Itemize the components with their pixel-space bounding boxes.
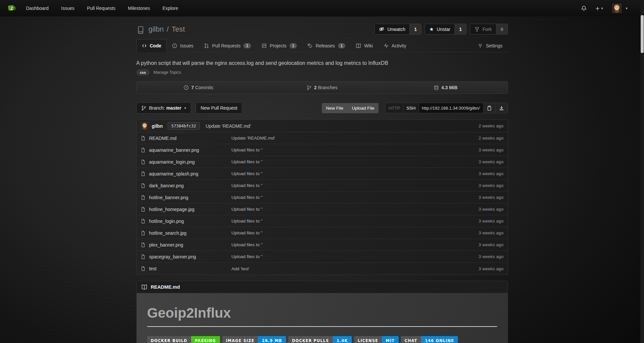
- clone-url-input[interactable]: [419, 103, 484, 113]
- pull-requests-icon: [204, 43, 209, 48]
- new-pull-request-button[interactable]: New Pull Request: [196, 102, 242, 114]
- file-name[interactable]: test: [149, 266, 157, 271]
- copy-clipboard-button[interactable]: [484, 103, 496, 113]
- tab-label: Projects: [270, 43, 287, 48]
- tab-wiki[interactable]: Wiki: [350, 39, 378, 52]
- page-scrollbar[interactable]: [640, 0, 644, 343]
- new-file-button[interactable]: New File: [322, 103, 348, 113]
- file-commit-message[interactable]: Add 'test': [232, 266, 250, 271]
- download-icon: [499, 105, 504, 111]
- ssh-protocol-button[interactable]: SSH: [403, 103, 419, 113]
- unstar-button[interactable]: ★ Unstar 1: [425, 24, 466, 35]
- stat-size[interactable]: 4.3 MiB: [384, 82, 507, 93]
- file-row-hotline-banner-png[interactable]: hotline_banner.pngUpload files to ''3 we…: [137, 192, 508, 203]
- file-commit-message[interactable]: Upload files to '': [232, 207, 263, 212]
- file-commit-message[interactable]: Upload files to '': [232, 159, 263, 164]
- commit-author-name[interactable]: gilbn: [152, 123, 163, 129]
- file-commit-message[interactable]: Upload files to '': [232, 254, 263, 259]
- chevron-down-icon[interactable]: ▾: [626, 6, 628, 11]
- unwatch-button[interactable]: Unwatch 1: [374, 24, 421, 35]
- file-row-test[interactable]: testAdd 'test'3 weeks ago: [137, 263, 508, 275]
- file-row-plex-banner-png[interactable]: plex_banner.pngUpload files to ''3 weeks…: [137, 239, 508, 251]
- file-commit-message[interactable]: Upload files to '': [232, 242, 263, 247]
- nav-dashboard[interactable]: Dashboard: [26, 6, 49, 11]
- branch-selector[interactable]: Branch: master ▾: [136, 102, 191, 114]
- file-row-spacegray-banner-png[interactable]: spacegray_banner.pngUpload files to ''3 …: [137, 251, 508, 263]
- file-icon: [141, 219, 146, 224]
- repo-tabs: CodeIssuesPull Requests1Projects1Release…: [136, 39, 508, 52]
- file-icon: [141, 230, 146, 236]
- file-row-hotline-login-png[interactable]: hotline_login.pngUpload files to ''3 wee…: [137, 215, 508, 227]
- file-row-aquamarine-banner-png[interactable]: aquamarine_banner.pngUpload files to ''3…: [137, 144, 508, 156]
- fork-button[interactable]: Fork 0: [470, 24, 508, 35]
- file-row-hotline-search-jpg[interactable]: hotline_search.jpgUpload files to ''3 we…: [137, 227, 508, 239]
- file-name[interactable]: aquamarine_splash.png: [149, 171, 198, 176]
- file-row-hotline-homepage-jpg[interactable]: hotline_homepage.jpgUpload files to ''3 …: [137, 203, 508, 215]
- tab-activity[interactable]: Activity: [378, 39, 411, 52]
- file-name[interactable]: README.md: [149, 136, 177, 141]
- file-commit-message[interactable]: Upload files to '': [232, 219, 263, 224]
- size-icon: [434, 85, 439, 90]
- badge-chat[interactable]: CHAT146 ONLINE: [401, 336, 458, 343]
- file-name[interactable]: aquamarine_login.png: [149, 159, 195, 165]
- star-count[interactable]: 1: [455, 24, 466, 34]
- clipboard-icon: [487, 105, 492, 111]
- tab-releases[interactable]: Releases1: [302, 39, 350, 52]
- file-name[interactable]: hotline_homepage.jpg: [149, 207, 195, 212]
- file-name[interactable]: plex_banner.png: [149, 242, 183, 248]
- watch-count[interactable]: 1: [409, 24, 421, 34]
- user-avatar[interactable]: [612, 4, 622, 13]
- tab-code[interactable]: Code: [136, 39, 167, 52]
- repo-owner-link[interactable]: gilbn: [149, 25, 164, 34]
- code-toolbar: Branch: master ▾ New Pull Request New Fi…: [136, 102, 508, 114]
- tab-pull-requests[interactable]: Pull Requests1: [199, 39, 256, 52]
- fork-count[interactable]: 0: [496, 24, 508, 34]
- scrollbar-thumb[interactable]: [641, 15, 644, 53]
- nav-milestones[interactable]: Milestones: [128, 6, 150, 11]
- stat-commits[interactable]: 7 Commits: [137, 82, 260, 93]
- topic-tag-css[interactable]: css: [136, 69, 150, 75]
- commit-message[interactable]: Update 'README.md': [206, 123, 251, 129]
- file-commit-message[interactable]: Upload files to '': [232, 183, 263, 188]
- file-name[interactable]: dark_banner.png: [149, 183, 184, 188]
- file-row-readme-md[interactable]: README.mdUpdate 'README.md'2 weeks ago: [137, 132, 508, 144]
- tab-issues[interactable]: Issues: [167, 39, 199, 52]
- commit-sha-badge[interactable]: 57384bfc32: [168, 122, 200, 130]
- upload-file-button[interactable]: Upload File: [348, 103, 378, 113]
- file-commit-message[interactable]: Upload files to '': [232, 230, 263, 235]
- tab-projects[interactable]: Projects1: [256, 39, 302, 52]
- create-new-dropdown[interactable]: + ▾: [596, 5, 603, 12]
- file-commit-message[interactable]: Update 'README.md': [232, 136, 275, 141]
- notifications-bell-icon[interactable]: [581, 5, 587, 12]
- tab-settings[interactable]: Settings: [472, 39, 508, 52]
- gitea-logo-icon[interactable]: [7, 3, 17, 14]
- badge-label: LICENSE: [354, 336, 382, 343]
- nav-issues[interactable]: Issues: [61, 6, 74, 11]
- badge-docker-pulls[interactable]: DOCKER PULLS1.4K: [288, 336, 352, 343]
- manage-topics-link[interactable]: Manage Topics: [154, 70, 181, 75]
- nav-explore[interactable]: Explore: [162, 6, 178, 11]
- file-row-aquamarine-login-png[interactable]: aquamarine_login.pngUpload files to ''3 …: [137, 156, 508, 168]
- repo-name-link[interactable]: Test: [172, 25, 185, 34]
- badge-docker-build[interactable]: DOCKER BUILDPASSING: [147, 336, 220, 343]
- file-name[interactable]: hotline_search.jpg: [149, 230, 187, 236]
- tab-count-badge: 1: [243, 43, 251, 48]
- file-name[interactable]: aquamarine_banner.png: [149, 147, 199, 153]
- file-name[interactable]: hotline_banner.png: [149, 195, 188, 200]
- nav-pull-requests[interactable]: Pull Requests: [87, 6, 115, 11]
- stat-branches[interactable]: 2 Branches: [260, 82, 384, 93]
- file-commit-message[interactable]: Upload files to '': [232, 147, 263, 152]
- commit-author-avatar[interactable]: [141, 122, 149, 130]
- badge-value: 146 ONLINE: [421, 336, 458, 343]
- download-archive-button[interactable]: [496, 103, 508, 113]
- file-commit-message[interactable]: Upload files to '': [232, 195, 263, 200]
- file-row-aquamarine-splash-png[interactable]: aquamarine_splash.pngUpload files to ''3…: [137, 168, 508, 180]
- file-name[interactable]: hotline_login.png: [149, 219, 184, 224]
- http-protocol-button[interactable]: HTTP: [385, 103, 403, 113]
- file-row-dark-banner-png[interactable]: dark_banner.pngUpload files to ''3 weeks…: [137, 180, 508, 192]
- file-name[interactable]: spacegray_banner.png: [149, 254, 196, 259]
- file-commit-message[interactable]: Upload files to '': [232, 171, 263, 176]
- badge-image-size[interactable]: IMAGE SIZE26.9 MB: [222, 336, 286, 343]
- badge-license[interactable]: LICENSEMIT: [354, 336, 399, 343]
- issues-icon: [172, 43, 177, 48]
